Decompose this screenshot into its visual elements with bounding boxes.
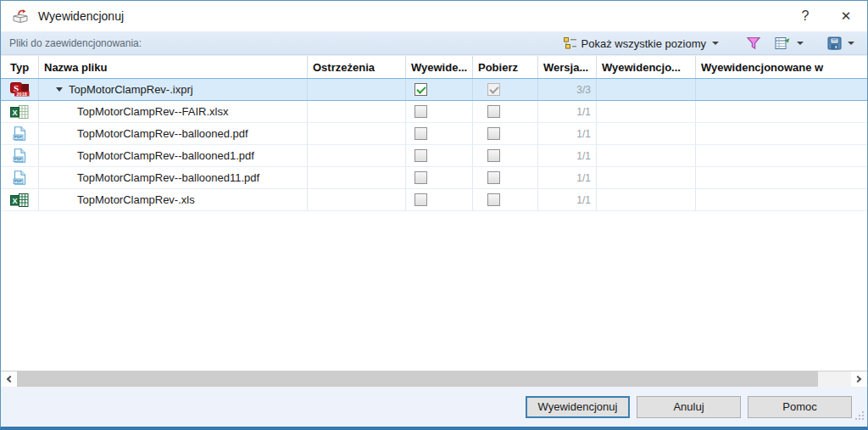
checked-out-in-cell <box>696 145 867 166</box>
checkout-checkbox[interactable] <box>415 149 427 162</box>
filter-icon <box>746 36 761 50</box>
svg-text:X: X <box>12 108 17 116</box>
inspection-project-file-icon: S 2018 <box>10 82 30 97</box>
file-list-export-icon <box>775 36 791 50</box>
column-header-warnings[interactable]: Ostrzeżenia <box>308 56 406 78</box>
svg-text:PDF: PDF <box>14 135 22 139</box>
table-row[interactable]: PDF TopMotorClampRev--ballooned.pdf 1/1 <box>1 123 867 145</box>
checked-out-by-cell <box>597 145 696 166</box>
window-title: Wyewidencjonuj <box>38 9 791 23</box>
checkout-checkbox[interactable] <box>415 127 427 140</box>
checkout-icon <box>11 8 30 24</box>
column-header-filename[interactable]: Nazwa pliku <box>39 56 308 78</box>
excel-xlsx-file-icon: X <box>10 105 29 119</box>
toolbar-actions: Pokaż wszystkie poziomy <box>559 34 859 53</box>
file-name: TopMotorClampRev--FAIR.xlsx <box>77 105 228 118</box>
file-name: TopMotorClampRev-.ixprj <box>69 83 193 96</box>
checkout-checkbox[interactable] <box>415 171 427 184</box>
checkout-checkbox[interactable] <box>415 193 427 206</box>
scroll-left-button[interactable] <box>1 371 17 387</box>
warnings-cell <box>308 101 406 122</box>
scrollbar-thumb[interactable] <box>17 371 818 387</box>
show-all-levels-label: Pokaż wszystkie poziomy <box>581 37 706 50</box>
column-header-checked-out-in[interactable]: Wyewidencjonowane w <box>696 56 867 78</box>
warnings-cell <box>308 189 406 210</box>
save-icon <box>827 36 842 50</box>
file-name: TopMotorClampRev--ballooned1.pdf <box>77 149 254 162</box>
collapse-icon[interactable] <box>56 87 63 92</box>
file-name: TopMotorClampRev--ballooned11.pdf <box>77 171 259 184</box>
scroll-right-button[interactable] <box>851 371 867 387</box>
get-version-checkbox[interactable] <box>487 127 500 140</box>
pdf-file-icon: PDF <box>12 170 27 185</box>
file-name: TopMotorClampRev--ballooned.pdf <box>77 127 248 140</box>
column-header-checked-out-by[interactable]: Wyewidencjo... <box>597 56 696 78</box>
svg-text:X: X <box>12 196 17 204</box>
checkout-checkbox[interactable] <box>415 83 427 96</box>
get-version-checkbox[interactable] <box>487 83 500 96</box>
files-to-checkout-label: Pliki do zaewidencjonowania: <box>9 37 559 49</box>
chevron-down-icon <box>848 42 854 45</box>
table-row[interactable]: X TopMotorClampRev--FAIR.xlsx 1/1 <box>1 101 867 123</box>
help-titlebar-button[interactable]: ? <box>791 5 820 27</box>
checked-out-by-cell <box>597 189 696 210</box>
version-value: 1/1 <box>576 194 591 206</box>
table-empty-area <box>1 211 867 371</box>
scroll-right-icon <box>854 376 861 383</box>
file-table: Typ Nazwa pliku Ostrzeżenia Wyewide... P… <box>1 55 867 371</box>
checked-out-by-cell <box>597 167 696 188</box>
column-header-checkout[interactable]: Wyewide... <box>406 56 473 78</box>
version-value: 1/1 <box>576 106 591 118</box>
version-value: 1/1 <box>576 172 591 184</box>
table-header-row: Typ Nazwa pliku Ostrzeżenia Wyewide... P… <box>1 55 867 78</box>
column-header-type[interactable]: Typ <box>1 56 39 78</box>
close-button[interactable]: ✕ <box>832 5 860 27</box>
filter-button[interactable] <box>742 34 765 53</box>
chevron-down-icon <box>712 42 719 45</box>
table-row[interactable]: PDF TopMotorClampRev--ballooned1.pdf 1/1 <box>1 145 867 167</box>
help-button[interactable]: Pomoc <box>748 396 852 418</box>
get-version-checkbox[interactable] <box>487 193 500 206</box>
column-header-get[interactable]: Pobierz <box>473 56 538 78</box>
resize-grip-icon[interactable] <box>854 409 865 424</box>
svg-text:2018: 2018 <box>16 92 26 97</box>
column-header-version[interactable]: Wersja... <box>538 56 597 78</box>
checkout-button[interactable]: Wyewidencjonuj <box>526 396 630 418</box>
get-version-checkbox[interactable] <box>487 149 500 162</box>
warnings-cell <box>308 79 406 100</box>
checked-out-in-cell <box>696 101 867 122</box>
table-row[interactable]: PDF TopMotorClampRev--ballooned11.pdf 1/… <box>1 167 867 189</box>
warnings-cell <box>308 123 406 144</box>
table-row[interactable]: X TopMotorClampRev-.xls 1/1 <box>1 189 867 211</box>
get-version-checkbox[interactable] <box>487 171 500 184</box>
title-bar: Wyewidencjonuj ? ✕ <box>1 1 867 31</box>
pdf-file-icon: PDF <box>12 126 27 141</box>
checked-out-in-cell <box>696 123 867 144</box>
levels-tree-icon <box>564 37 577 49</box>
table-row[interactable]: S 2018 TopMotorClampRev-.ixprj 3/3 <box>1 78 867 101</box>
file-name: TopMotorClampRev-.xls <box>77 193 195 206</box>
show-all-levels-button[interactable]: Pokaż wszystkie poziomy <box>559 35 723 53</box>
checked-out-by-cell <box>597 123 696 144</box>
warnings-cell <box>308 167 406 188</box>
scroll-left-icon <box>7 376 14 383</box>
excel-xls-file-icon: X <box>10 193 29 207</box>
checkout-checkbox[interactable] <box>415 105 427 118</box>
open-file-list-button[interactable] <box>771 34 808 53</box>
version-value: 3/3 <box>576 84 591 96</box>
save-file-list-button[interactable] <box>823 34 859 53</box>
version-value: 1/1 <box>576 150 591 162</box>
checked-out-in-cell <box>696 79 867 100</box>
checked-out-by-cell <box>597 101 696 122</box>
checkout-dialog: Wyewidencjonuj ? ✕ Pliki do zaewidencjon… <box>0 0 868 430</box>
scrollbar-track[interactable] <box>17 371 851 387</box>
checked-out-in-cell <box>696 167 867 188</box>
cancel-button[interactable]: Anuluj <box>637 396 741 418</box>
warnings-cell <box>308 145 406 166</box>
chevron-down-icon <box>797 42 804 45</box>
horizontal-scrollbar[interactable] <box>1 371 867 387</box>
toolbar: Pliki do zaewidencjonowania: Pokaż wszys… <box>1 31 867 55</box>
get-version-checkbox[interactable] <box>487 105 500 118</box>
svg-text:PDF: PDF <box>14 157 22 161</box>
dialog-footer: Wyewidencjonuj Anuluj Pomoc <box>1 387 867 427</box>
